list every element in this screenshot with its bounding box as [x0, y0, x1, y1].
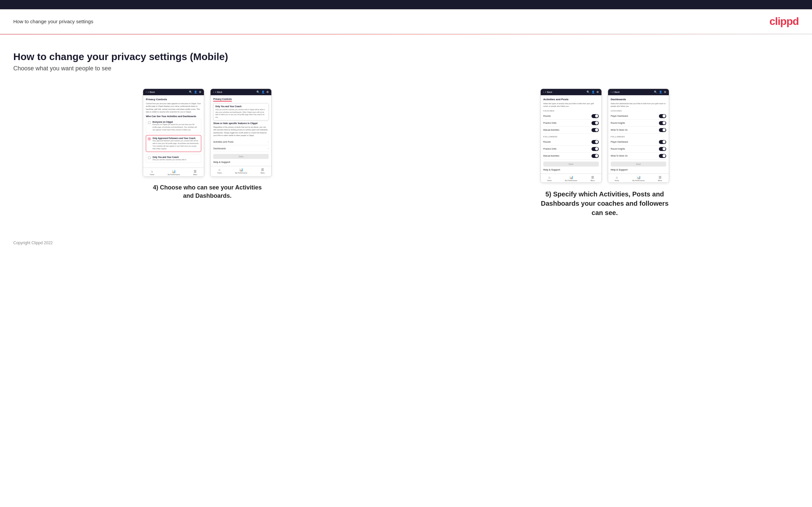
- manual-activities-coaches-label: Manual Activities: [543, 129, 559, 131]
- nav-menu-3[interactable]: ☰ Menu: [591, 175, 595, 181]
- phone-screen-3: ‹ < Back 🔍 👤 ⚙ Activities and Posts Sele…: [540, 89, 602, 183]
- search-icon-2[interactable]: 🔍: [256, 91, 260, 94]
- performance-icon-4: 📊: [637, 175, 641, 179]
- rounds-followers-toggle[interactable]: [592, 140, 599, 144]
- back-button-4[interactable]: ‹ < Back: [611, 91, 620, 93]
- everyone-label: Everyone on Clippd: [152, 121, 199, 123]
- phone-screen-1: ‹ < Back 🔍 👤 ⚙ Privacy Controls Control …: [143, 89, 204, 177]
- nav-performance-1[interactable]: 📊 My Performance: [168, 170, 180, 175]
- privacy-body-text: Control how you and your data appears to…: [146, 102, 201, 113]
- phone-content-3: Activities and Posts Select the types of…: [541, 95, 601, 174]
- round-insights-followers-row: Round Insights: [611, 146, 666, 153]
- practice-drills-followers-row: Practice Drills: [543, 146, 599, 153]
- approved-text: Only approved followers and coaches you …: [152, 140, 199, 150]
- dashboards-row[interactable]: Dashboards ›: [213, 145, 269, 152]
- nav-home-2[interactable]: ⌂ Home: [217, 168, 221, 174]
- performance-icon-3: 📊: [569, 175, 573, 179]
- screenshot-group-2: ‹ < Back 🔍 👤 ⚙ Activities and Posts Sele…: [411, 89, 799, 217]
- practice-drills-followers-toggle[interactable]: [592, 147, 599, 151]
- settings-icon[interactable]: ⚙: [199, 91, 201, 94]
- settings-icon-2[interactable]: ⚙: [266, 91, 269, 94]
- practice-drills-coaches-toggle[interactable]: [592, 121, 599, 125]
- save-button-3[interactable]: Save: [543, 162, 599, 167]
- round-insights-followers-toggle[interactable]: [659, 147, 666, 151]
- settings-icon-3[interactable]: ⚙: [597, 91, 599, 94]
- practice-drills-followers-label: Practice Drills: [543, 148, 557, 150]
- back-button-2[interactable]: ‹ < Back: [213, 91, 222, 93]
- menu-icon-2: ☰: [261, 168, 264, 172]
- search-icon-4[interactable]: 🔍: [654, 91, 657, 94]
- nav-menu-2[interactable]: ☰ Menu: [261, 168, 265, 174]
- dashboards-body: Select the dashboards that you'd like to…: [611, 102, 666, 108]
- radio-dot-approved: [148, 137, 151, 140]
- player-dashboard-followers-row: Player Dashboard: [611, 139, 666, 146]
- dashboards-chevron: ›: [268, 147, 269, 150]
- nav-home-1[interactable]: ⌂ Home: [150, 170, 154, 175]
- settings-icon-4[interactable]: ⚙: [664, 91, 666, 94]
- coaches-label-4: COACHES: [611, 110, 666, 112]
- nav-performance-2[interactable]: 📊 My Performance: [235, 168, 247, 174]
- person-icon-2[interactable]: 👤: [261, 91, 265, 94]
- dashboards-label: Dashboards: [213, 147, 226, 150]
- manual-activities-followers-label: Manual Activities: [543, 155, 559, 157]
- tooltip-box: Only You and Your Coach Only you and the…: [213, 103, 269, 120]
- back-button-3[interactable]: ‹ < Back: [543, 91, 552, 93]
- person-icon-4[interactable]: 👤: [659, 91, 662, 94]
- person-icon[interactable]: 👤: [194, 91, 197, 94]
- manual-activities-followers-row: Manual Activities: [543, 153, 599, 160]
- activities-body: Select the types of activity that you'd …: [543, 102, 599, 108]
- round-insights-coaches-toggle[interactable]: [659, 121, 666, 125]
- manual-activities-coaches-toggle[interactable]: [592, 128, 599, 132]
- nav-performance-3[interactable]: 📊 My Performance: [565, 175, 577, 181]
- person-icon-3[interactable]: 👤: [592, 91, 595, 94]
- radio-dot-only-you: [148, 156, 151, 159]
- phone-screen-4: ‹ < Back 🔍 👤 ⚙ Dashboards Select the das…: [608, 89, 669, 183]
- phone-topbar-1: ‹ < Back 🔍 👤 ⚙: [143, 89, 204, 95]
- only-you-label: Only You and Your Coach: [152, 156, 186, 158]
- what-to-work-on-followers-toggle[interactable]: [659, 154, 666, 158]
- coaches-label-3: COACHES: [543, 110, 599, 112]
- phone-navbar-3: ⌂ Home 📊 My Performance ☰ Menu: [541, 174, 601, 182]
- nav-menu-1[interactable]: ☰ Menu: [193, 170, 198, 175]
- help-support-2: Help & Support: [213, 161, 269, 163]
- what-to-work-on-followers-row: What To Work On: [611, 153, 666, 160]
- top-bar: [0, 0, 812, 9]
- search-icon[interactable]: 🔍: [189, 91, 192, 94]
- menu-icon-1: ☰: [194, 170, 197, 173]
- nav-menu-4[interactable]: ☰ Menu: [658, 175, 662, 181]
- rounds-coaches-label: Rounds: [543, 115, 551, 117]
- topbar-icons-4: 🔍 👤 ⚙: [654, 91, 666, 94]
- player-dashboard-coaches-toggle[interactable]: [659, 114, 666, 118]
- back-button-1[interactable]: ‹ < Back: [146, 91, 155, 93]
- everyone-text: Everyone on Clippd can search for you an…: [152, 123, 197, 131]
- page-heading: How to change your privacy settings (Mob…: [13, 51, 799, 62]
- save-button-4[interactable]: Save: [611, 162, 666, 167]
- search-icon-3[interactable]: 🔍: [587, 91, 590, 94]
- activities-posts-row[interactable]: Activities and Posts ›: [213, 139, 269, 145]
- phone-topbar-3: ‹ < Back 🔍 👤 ⚙: [541, 89, 601, 95]
- nav-home-3[interactable]: ⌂ Home: [547, 175, 552, 181]
- radio-everyone[interactable]: Everyone on Clippd Everyone on Clippd ca…: [146, 119, 201, 133]
- nav-performance-4[interactable]: 📊 My Performance: [632, 175, 645, 181]
- radio-only-you[interactable]: Only You and Your Coach Only you and the…: [146, 154, 201, 163]
- phone-topbar-2: ‹ < Back 🔍 👤 ⚙: [211, 89, 271, 95]
- what-to-work-on-followers-label: What To Work On: [611, 155, 628, 157]
- what-to-work-on-coaches-toggle[interactable]: [659, 128, 666, 132]
- radio-approved[interactable]: Only Approved Followers and Your Coach O…: [146, 135, 201, 152]
- phone-content-4: Dashboards Select the dashboards that yo…: [608, 95, 669, 174]
- save-button-2[interactable]: Save: [213, 154, 269, 159]
- rounds-followers-row: Rounds: [543, 139, 599, 146]
- round-insights-followers-label: Round Insights: [611, 148, 625, 150]
- round-insights-coaches-label: Round Insights: [611, 122, 625, 124]
- rounds-coaches-row: Rounds: [543, 113, 599, 120]
- practice-drills-coaches-label: Practice Drills: [543, 122, 557, 124]
- privacy-controls-tab[interactable]: Privacy Controls: [213, 98, 232, 102]
- show-hide-title: Show or hide specific features in Clippd: [213, 122, 269, 124]
- player-dashboard-followers-toggle[interactable]: [659, 140, 666, 144]
- what-to-work-on-coaches-row: What To Work On: [611, 127, 666, 134]
- performance-icon-1: 📊: [172, 170, 176, 173]
- nav-home-4[interactable]: ⌂ Home: [615, 175, 619, 181]
- phone-content-1: Privacy Controls Control how you and you…: [143, 95, 204, 168]
- manual-activities-followers-toggle[interactable]: [592, 154, 599, 158]
- rounds-coaches-toggle[interactable]: [592, 114, 599, 118]
